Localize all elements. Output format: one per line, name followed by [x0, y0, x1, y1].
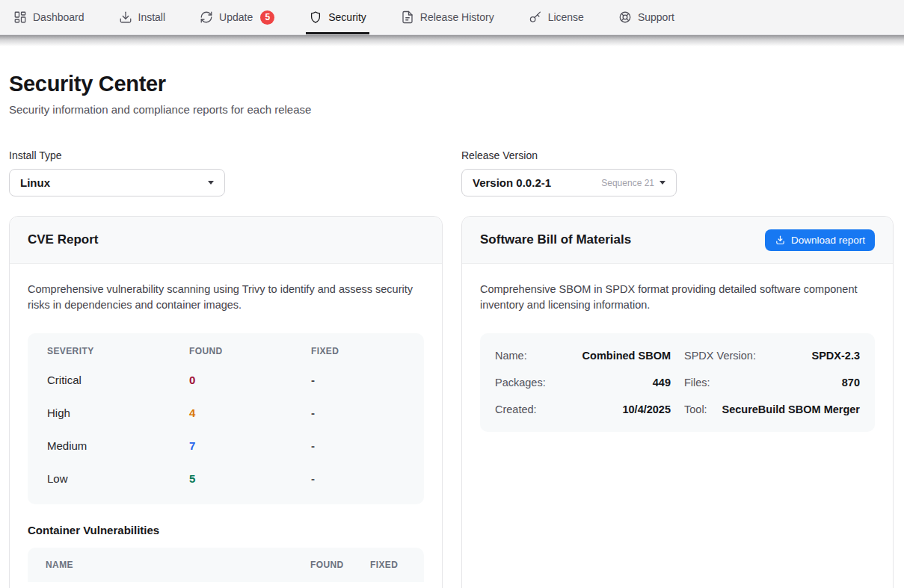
download-icon: [775, 235, 786, 246]
sequence-hint: Sequence 21: [601, 178, 654, 188]
update-count-badge: 5: [260, 10, 274, 25]
header-shadow: [0, 35, 904, 46]
found-count: 4: [189, 406, 311, 419]
col-fixed: FIXED: [311, 346, 405, 356]
table-row: Medium 7 -: [28, 430, 424, 462]
release-version-select[interactable]: Version 0.0.2-1 Sequence 21: [461, 169, 677, 196]
container-vulnerabilities-heading: Container Vulnerabilities: [28, 524, 424, 536]
nav-item-license[interactable]: License: [529, 0, 584, 34]
nav-label: Release History: [420, 11, 494, 23]
severity-table: SEVERITY FOUND FIXED Critical 0 - High 4…: [28, 333, 424, 504]
info-cell-spdx-version: SPDX Version: SPDX-2.3: [684, 342, 860, 369]
severity-label: Critical: [47, 374, 189, 386]
info-label: Created:: [495, 403, 537, 415]
col-name: NAME: [46, 560, 310, 570]
chevron-down-icon: [208, 181, 214, 185]
col-found: FOUND: [310, 560, 370, 570]
info-value: Combined SBOM: [582, 350, 671, 362]
info-value: 870: [842, 377, 860, 389]
lifebuoy-icon: [618, 10, 632, 24]
info-label: Tool:: [684, 403, 707, 415]
sbom-description: Comprehensive SBOM in SPDX format provid…: [480, 282, 875, 314]
info-value: 449: [653, 377, 671, 389]
fixed-count: -: [311, 439, 405, 452]
severity-label: Low: [47, 472, 189, 485]
info-value: SPDX-2.3: [812, 350, 860, 362]
info-cell-packages: Packages: 449: [495, 369, 671, 396]
cve-card-header: CVE Report: [10, 217, 442, 264]
col-severity: SEVERITY: [47, 346, 189, 356]
fixed-count: -: [311, 374, 405, 386]
sbom-card-header: Software Bill of Materials Download repo…: [462, 217, 893, 264]
install-type-label: Install Type: [9, 149, 443, 161]
fixed-count: -: [311, 472, 405, 485]
info-cell-files: Files: 870: [684, 369, 860, 396]
found-count: 0: [189, 374, 311, 386]
nav-label: Update: [219, 11, 253, 23]
severity-table-header: SEVERITY FOUND FIXED: [28, 333, 424, 364]
page-title: Security Center: [9, 72, 895, 96]
document-icon: [401, 10, 414, 24]
cards-row: CVE Report Comprehensive vulnerability s…: [9, 216, 895, 588]
install-type-field: Install Type Linux: [9, 149, 443, 196]
severity-label: High: [47, 406, 189, 419]
chevron-down-icon: [659, 181, 665, 185]
download-report-button[interactable]: Download report: [765, 229, 875, 251]
info-label: SPDX Version:: [684, 350, 756, 362]
info-value: SecureBuild SBOM Merger: [722, 403, 860, 415]
cve-report-card: CVE Report Comprehensive vulnerability s…: [9, 216, 443, 588]
download-report-label: Download report: [791, 235, 865, 246]
nav-item-security[interactable]: Security: [309, 0, 366, 34]
container-table-header: NAME FOUND FIXED: [28, 548, 424, 582]
release-version-label: Release Version: [461, 149, 894, 161]
release-version-value: Version 0.0.2-1: [473, 176, 551, 189]
install-type-select[interactable]: Linux: [9, 169, 225, 196]
page-subtitle: Security information and compliance repo…: [9, 103, 895, 116]
info-value: 10/4/2025: [622, 403, 671, 415]
top-nav: Dashboard Install Update 5 Security Rele…: [0, 0, 904, 35]
col-found: FOUND: [189, 346, 311, 356]
sbom-card: Software Bill of Materials Download repo…: [461, 216, 894, 588]
nav-label: Support: [638, 11, 674, 23]
main-content: Security Center Security information and…: [0, 72, 904, 588]
cve-card-body: Comprehensive vulnerability scanning usi…: [10, 264, 442, 588]
col-fixed: FIXED: [370, 560, 406, 570]
info-label: Files:: [684, 377, 710, 389]
sbom-card-title: Software Bill of Materials: [480, 232, 631, 247]
found-count: 7: [189, 439, 311, 452]
table-row: High 4 -: [28, 397, 424, 430]
info-cell-tool: Tool: SecureBuild SBOM Merger: [684, 396, 860, 423]
sbom-info-grid: Name: Combined SBOM SPDX Version: SPDX-2…: [480, 333, 875, 432]
dashboard-icon: [13, 10, 27, 24]
table-row: Low 5 -: [28, 462, 424, 495]
filters-row: Install Type Linux Release Version Versi…: [9, 149, 895, 196]
nav-item-dashboard[interactable]: Dashboard: [13, 0, 84, 34]
cve-description: Comprehensive vulnerability scanning usi…: [28, 282, 424, 314]
table-row: Critical 0 -: [28, 364, 424, 397]
nav-label: License: [548, 11, 584, 23]
info-label: Packages:: [495, 377, 546, 389]
found-count: 5: [189, 472, 311, 485]
info-label: Name:: [495, 350, 527, 362]
severity-label: Medium: [47, 439, 189, 452]
nav-item-install[interactable]: Install: [119, 0, 166, 34]
nav-label: Dashboard: [33, 11, 84, 23]
release-version-field: Release Version Version 0.0.2-1 Sequence…: [461, 149, 894, 196]
nav-item-support[interactable]: Support: [618, 0, 674, 34]
cve-card-title: CVE Report: [28, 232, 98, 247]
info-cell-created: Created: 10/4/2025: [495, 396, 671, 423]
nav-label: Security: [328, 11, 366, 23]
install-type-value: Linux: [20, 176, 50, 189]
info-cell-name: Name: Combined SBOM: [495, 342, 671, 369]
refresh-icon: [200, 10, 213, 24]
download-icon: [119, 10, 132, 24]
key-icon: [529, 10, 542, 24]
sbom-card-body: Comprehensive SBOM in SPDX format provid…: [462, 264, 893, 450]
nav-item-release-history[interactable]: Release History: [401, 0, 494, 34]
nav-label: Install: [138, 11, 166, 23]
nav-item-update[interactable]: Update 5: [200, 0, 274, 34]
fixed-count: -: [311, 406, 405, 419]
shield-icon: [309, 10, 322, 24]
